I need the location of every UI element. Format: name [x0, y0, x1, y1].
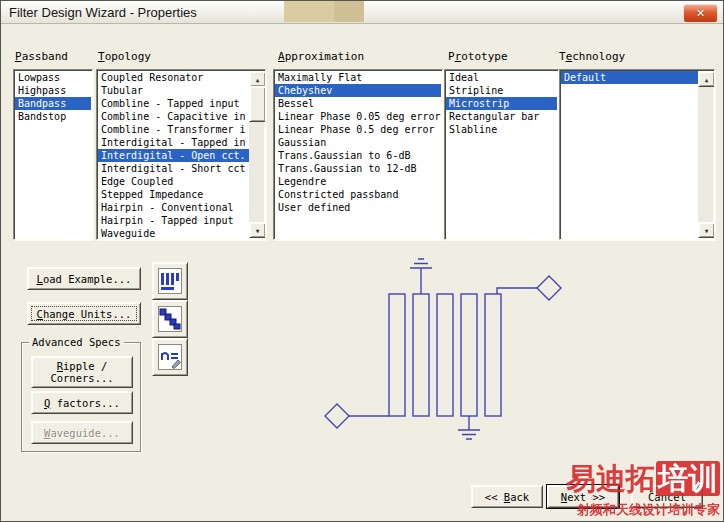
down-arrow-icon: ▼ — [256, 227, 260, 234]
list-item[interactable]: Hairpin - Tapped input — [98, 214, 249, 227]
waveguide-button[interactable]: Waveguide... — [31, 421, 133, 444]
list-item[interactable]: Hairpin - Conventional — [98, 201, 249, 214]
list-item-selected[interactable]: Microstrip — [446, 97, 557, 110]
list-item[interactable]: Slabline — [446, 123, 557, 136]
filter-structure-icon — [158, 268, 182, 294]
list-item[interactable]: Rectangular bar — [446, 110, 557, 123]
list-item[interactable]: Tubular — [98, 84, 249, 97]
list-item[interactable]: Linear Phase 0.05 deg error — [275, 110, 441, 123]
list-item[interactable]: Constricted passband — [275, 188, 441, 201]
list-item[interactable]: Bandstop — [15, 110, 91, 123]
load-example-button[interactable]: Load Example... — [27, 267, 141, 290]
list-item[interactable]: User defined — [275, 201, 441, 214]
scroll-thumb[interactable] — [249, 86, 266, 122]
scroll-up-button[interactable]: ▲ — [698, 71, 715, 87]
change-units-button[interactable]: Change Units... — [27, 302, 141, 325]
watermark-subtitle: 射频和天线设计培训专家 — [577, 501, 720, 519]
passband-listbox[interactable]: Lowpass Highpass Bandpass Bandstop — [13, 69, 93, 240]
prototype-listbox[interactable]: Ideal Stripline Microstrip Rectangular b… — [444, 69, 559, 240]
list-item[interactable]: Combline - Transformer i — [98, 123, 249, 136]
list-item[interactable]: Interdigital - Tapped in — [98, 136, 249, 149]
passband-label: Passband — [15, 50, 68, 63]
list-item-selected[interactable]: Chebyshev — [275, 84, 441, 97]
down-arrow-icon: ▼ — [705, 227, 709, 234]
list-item-selected[interactable]: Default — [561, 71, 698, 84]
prototype-label: Prototype — [448, 50, 508, 63]
watermark-logo: 易迪拓培训 — [566, 459, 720, 500]
list-item[interactable]: Combline - Capacitive in — [98, 110, 249, 123]
list-item[interactable]: Bessel — [275, 97, 441, 110]
list-item[interactable]: Gaussian — [275, 136, 441, 149]
approximation-listbox[interactable]: Maximally Flat Chebyshev Bessel Linear P… — [273, 69, 443, 240]
filter-structure-icon-button[interactable] — [152, 262, 188, 300]
list-item[interactable]: Legendre — [275, 175, 441, 188]
scroll-down-button[interactable]: ▼ — [249, 222, 266, 238]
topology-scrollbar[interactable]: ▲ ▼ — [249, 71, 264, 238]
port-diamond-bottom — [325, 404, 349, 428]
list-item[interactable]: Edge Coupled — [98, 175, 249, 188]
filter-schematic — [301, 254, 571, 449]
list-item[interactable]: Stepped Impedance — [98, 188, 249, 201]
list-item[interactable]: Maximally Flat — [275, 71, 441, 84]
list-item[interactable]: Interdigital - Short cct — [98, 162, 249, 175]
advanced-specs-label: Advanced Specs — [29, 336, 124, 348]
list-item-selected[interactable]: Interdigital - Open cct. — [98, 149, 249, 162]
close-button[interactable]: ✕ — [683, 4, 718, 23]
list-item[interactable]: Stripline — [446, 84, 557, 97]
list-item[interactable]: Trans.Gaussian to 12-dB — [275, 162, 441, 175]
list-item[interactable]: Lowpass — [15, 71, 91, 84]
ripple-corners-button[interactable]: Ripple / Corners... — [31, 356, 133, 388]
stair-response-icon-button[interactable] — [152, 300, 188, 338]
port-diamond-top — [537, 276, 561, 300]
filter-schematic-svg — [301, 254, 571, 449]
list-item[interactable]: Highpass — [15, 84, 91, 97]
technology-listbox[interactable]: Default ▲ ▼ — [559, 69, 715, 240]
top-feed-line — [497, 288, 537, 294]
scroll-down-button[interactable]: ▼ — [698, 222, 715, 238]
titlebar-artifact — [284, 1, 334, 22]
topology-listbox[interactable]: Coupled Resonator Tubular Combline - Tap… — [96, 69, 266, 240]
list-item-selected[interactable]: Bandpass — [15, 97, 91, 110]
window-title: Filter Design Wizard - Properties — [1, 5, 197, 20]
scroll-up-button[interactable]: ▲ — [249, 71, 266, 87]
close-icon: ✕ — [696, 8, 705, 19]
technology-label: Technology — [559, 50, 625, 63]
list-item[interactable]: Waveguide — [98, 227, 249, 240]
ground-bottom-symbol — [458, 416, 480, 439]
stair-response-icon — [158, 306, 182, 332]
filter-order-icon-button[interactable] — [152, 338, 188, 376]
list-item[interactable]: Trans.Gaussian to 6-dB — [275, 149, 441, 162]
ground-top-symbol — [410, 259, 432, 294]
approximation-label: Approximation — [278, 50, 364, 63]
list-item[interactable]: Ideal — [446, 71, 557, 84]
up-arrow-icon: ▲ — [705, 76, 709, 83]
back-button[interactable]: << Back — [471, 485, 543, 508]
topology-label: Topology — [98, 50, 151, 63]
filter-design-wizard-dialog: Filter Design Wizard - Properties ✕ Pass… — [0, 0, 724, 522]
list-item[interactable]: Coupled Resonator — [98, 71, 249, 84]
titlebar-artifact — [334, 1, 364, 22]
up-arrow-icon: ▲ — [256, 76, 260, 83]
q-factors-button[interactable]: Q factors... — [31, 391, 133, 414]
list-item[interactable]: Combline - Tapped input — [98, 97, 249, 110]
list-item[interactable]: Linear Phase 0.5 deg error — [275, 123, 441, 136]
resonator-bars — [389, 294, 501, 416]
order-edit-icon — [158, 344, 182, 370]
technology-scrollbar[interactable]: ▲ ▼ — [698, 71, 713, 238]
